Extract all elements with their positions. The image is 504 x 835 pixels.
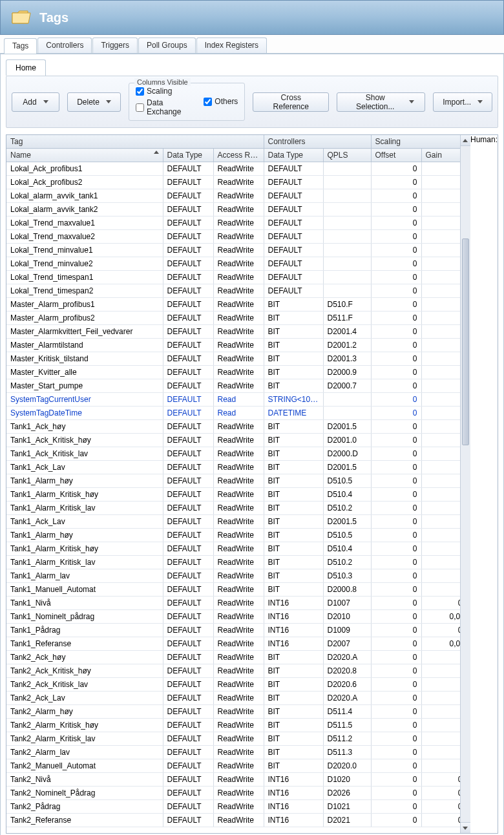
table-row[interactable]: Tank1_Nominelt_pådragDEFAULTReadWriteINT…	[6, 610, 460, 624]
cell-access-right[interactable]: ReadWrite	[213, 637, 264, 651]
cell-data-type[interactable]: DEFAULT	[163, 325, 213, 339]
cell-ctrl-data-type[interactable]: DATETIME	[264, 407, 323, 420]
cell-name[interactable]: Tank1_Ack_Lav	[6, 461, 163, 474]
table-row[interactable]: Master_Alarm_profibus1DEFAULTReadWriteBI…	[6, 298, 460, 312]
cell-gain[interactable]: 1	[421, 542, 460, 556]
cell-access-right[interactable]: ReadWrite	[213, 787, 264, 800]
table-row[interactable]: Tank1_Ack_LavDEFAULTReadWriteBITD2001.50…	[6, 515, 460, 529]
cell-ctrl-data-type[interactable]: BIT	[264, 583, 323, 597]
col-header-name[interactable]: Name	[6, 149, 163, 162]
cell-ctrl-data-type[interactable]: BIT	[264, 488, 323, 502]
cell-data-type[interactable]: DEFAULT	[163, 678, 213, 692]
cell-ctrl-data-type[interactable]: BIT	[264, 705, 323, 719]
cell-data-type[interactable]: DEFAULT	[163, 339, 213, 352]
cell-ctrl-data-type[interactable]: BIT	[264, 312, 323, 325]
cell-access-right[interactable]: ReadWrite	[213, 162, 264, 176]
cell-access-right[interactable]: ReadWrite	[213, 583, 264, 597]
cell-name[interactable]: Lokal_Trend_maxvalue2	[6, 230, 163, 244]
cell-name[interactable]: Master_Alarmkvittert_Feil_vedvarer	[6, 325, 163, 339]
cell-access-right[interactable]: ReadWrite	[213, 447, 264, 461]
cell-gain[interactable]: 1	[421, 203, 460, 217]
cell-data-type[interactable]: DEFAULT	[163, 407, 213, 420]
tags-table-scroll[interactable]: Tag Controllers Scaling Name Data Type A…	[6, 135, 460, 833]
cell-data-type[interactable]: DEFAULT	[163, 230, 213, 244]
cell-name[interactable]: Tank1_Ack_Kritisk_lav	[6, 447, 163, 461]
cell-ctrl-data-type[interactable]: BIT	[264, 352, 323, 366]
cell-offset[interactable]: 0	[371, 474, 421, 488]
cell-gain[interactable]: 0,3922	[421, 814, 460, 827]
cell-gain[interactable]: 1	[421, 217, 460, 230]
cell-gain[interactable]: 1	[421, 162, 460, 176]
cell-name[interactable]: Tank1_Nivå	[6, 597, 163, 610]
cell-offset[interactable]: 0	[371, 692, 421, 705]
cell-data-type[interactable]: DEFAULT	[163, 542, 213, 556]
cell-qpls[interactable]: D1007	[323, 597, 371, 610]
cell-qpls[interactable]: D510.3	[323, 569, 371, 583]
cell-offset[interactable]: 0	[371, 257, 421, 271]
cell-ctrl-data-type[interactable]: DEFAULT	[264, 217, 323, 230]
cell-ctrl-data-type[interactable]: INT16	[264, 800, 323, 814]
table-row[interactable]: Master_Alarm_profibus2DEFAULTReadWriteBI…	[6, 312, 460, 325]
cell-ctrl-data-type[interactable]: DEFAULT	[264, 189, 323, 203]
cell-qpls[interactable]	[323, 189, 371, 203]
cell-qpls[interactable]: D1009	[323, 624, 371, 637]
cell-qpls[interactable]: D511.4	[323, 705, 371, 719]
cell-name[interactable]: Tank1_Alarm_Kritisk_høy	[6, 488, 163, 502]
cell-offset[interactable]: 0	[371, 488, 421, 502]
cell-data-type[interactable]: DEFAULT	[163, 624, 213, 637]
cell-qpls[interactable]: D2020.A	[323, 651, 371, 664]
cell-name[interactable]: Tank2_Alarm_lav	[6, 746, 163, 759]
cell-ctrl-data-type[interactable]: DEFAULT	[264, 257, 323, 271]
table-row[interactable]: SystemTagCurrentUserDEFAULTReadSTRING<10…	[6, 393, 460, 407]
cell-name[interactable]: Tank1_Nominelt_pådrag	[6, 610, 163, 624]
cell-qpls[interactable]	[323, 162, 371, 176]
cell-gain[interactable]: 1	[421, 366, 460, 379]
cell-qpls[interactable]: D2001.5	[323, 461, 371, 474]
cell-qpls[interactable]: D510.4	[323, 488, 371, 502]
cell-qpls[interactable]: D510.2	[323, 556, 371, 569]
cell-qpls[interactable]	[323, 230, 371, 244]
cell-qpls[interactable]: D511.F	[323, 312, 371, 325]
cell-access-right[interactable]: ReadWrite	[213, 176, 264, 189]
col-header-access-right[interactable]: Access Right	[213, 149, 264, 162]
import-button[interactable]: Import...	[433, 92, 492, 112]
cell-gain[interactable]: 1	[421, 393, 460, 407]
cell-data-type[interactable]: DEFAULT	[163, 746, 213, 759]
cell-data-type[interactable]: DEFAULT	[163, 298, 213, 312]
cell-ctrl-data-type[interactable]: BIT	[264, 325, 323, 339]
cell-ctrl-data-type[interactable]: BIT	[264, 529, 323, 542]
cell-ctrl-data-type[interactable]: DEFAULT	[264, 230, 323, 244]
cell-data-type[interactable]: DEFAULT	[163, 719, 213, 732]
cell-qpls[interactable]: D510.F	[323, 298, 371, 312]
scroll-down-arrow[interactable]	[461, 822, 470, 833]
cell-name[interactable]: Master_Alarm_profibus2	[6, 312, 163, 325]
cell-data-type[interactable]: DEFAULT	[163, 176, 213, 189]
cell-access-right[interactable]: ReadWrite	[213, 189, 264, 203]
cell-ctrl-data-type[interactable]: INT16	[264, 624, 323, 637]
cell-ctrl-data-type[interactable]: BIT	[264, 447, 323, 461]
cell-name[interactable]: Tank2_Alarm_Kritisk_høy	[6, 719, 163, 732]
cell-name[interactable]: Tank1_Alarm_høy	[6, 474, 163, 488]
group-header-controllers[interactable]: Controllers	[264, 135, 371, 149]
cell-data-type[interactable]: DEFAULT	[163, 420, 213, 434]
table-row[interactable]: Tank2_PådragDEFAULTReadWriteINT16D102100…	[6, 800, 460, 814]
cell-ctrl-data-type[interactable]: BIT	[264, 502, 323, 515]
cell-name[interactable]: SystemTagCurrentUser	[6, 393, 163, 407]
cell-offset[interactable]: 0	[371, 217, 421, 230]
scrollbar-thumb[interactable]	[462, 238, 469, 445]
cell-qpls[interactable]: D510.4	[323, 542, 371, 556]
cell-data-type[interactable]: DEFAULT	[163, 257, 213, 271]
cell-name[interactable]: Master_Start_pumpe	[6, 379, 163, 393]
cell-offset[interactable]: 0	[371, 610, 421, 624]
cell-access-right[interactable]: ReadWrite	[213, 271, 264, 284]
cell-gain[interactable]: 1	[421, 284, 460, 298]
others-checkbox-input[interactable]	[204, 98, 212, 106]
show-selection-button[interactable]: Show Selection...	[337, 92, 425, 112]
cell-offset[interactable]: 0	[371, 447, 421, 461]
cell-qpls[interactable]: D1020	[323, 773, 371, 787]
cell-data-type[interactable]: DEFAULT	[163, 773, 213, 787]
cell-access-right[interactable]: ReadWrite	[213, 244, 264, 257]
cell-access-right[interactable]: ReadWrite	[213, 474, 264, 488]
cell-data-type[interactable]: DEFAULT	[163, 447, 213, 461]
cell-access-right[interactable]: ReadWrite	[213, 800, 264, 814]
